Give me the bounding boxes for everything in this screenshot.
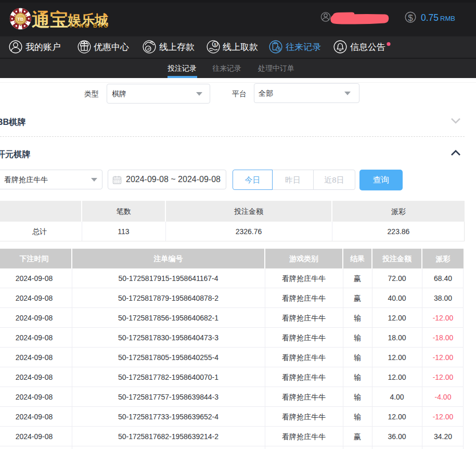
svg-text:TONG BAO: TONG BAO [69, 22, 109, 29]
svg-text:$: $ [408, 13, 413, 23]
svg-text:TB: TB [17, 16, 24, 22]
svg-text:0.75: 0.75 [421, 12, 439, 23]
svg-text:RMB: RMB [440, 15, 455, 22]
svg-text:通宝: 通宝 [32, 10, 68, 30]
svg-text:$: $ [214, 42, 216, 47]
